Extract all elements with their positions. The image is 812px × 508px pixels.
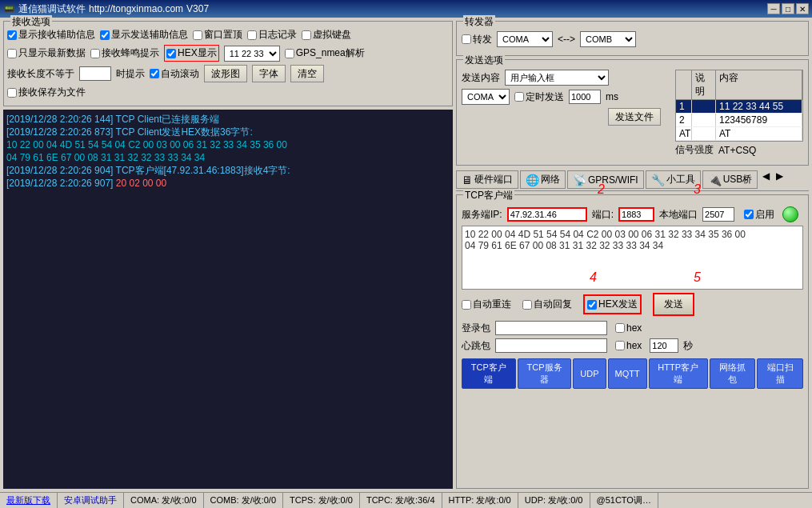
heartbeat-pkg-label: 心跳包 (462, 339, 490, 353)
checkbox-hex-send[interactable]: HEX发送 (583, 294, 642, 314)
log-data-1: 10 22 00 04 4D 51 54 54 04 C2 00 03 00 0… (6, 138, 450, 151)
main-container: 接收选项 显示接收辅助信息 显示发送辅助信息 窗口置顶 日志记录 (0, 18, 812, 492)
send-content-label: 发送内容 (462, 71, 500, 85)
tcp-data-area: 10 22 00 04 4D 51 54 54 04 C2 00 03 00 0… (462, 226, 803, 290)
tab-network-capture[interactable]: 网络抓包 (710, 358, 756, 389)
checkbox-gps[interactable]: GPS_nmea解析 (285, 46, 365, 60)
tab-http-client[interactable]: HTTP客户端 (649, 358, 708, 389)
signal-label: 信号强度 (675, 143, 714, 157)
status-bar: 最新版下载 安卓调试助手 COMA: 发/收:0/0 COMB: 发/收:0/0… (0, 492, 812, 508)
title-bar-text: 📟 通信猫调试软件 http://tongxinmao.com V307 (3, 2, 209, 16)
send-content-select[interactable]: 用户输入框 (505, 70, 609, 86)
heartbeat-time-input[interactable] (650, 338, 678, 353)
checkbox-login-hex[interactable]: hex (615, 322, 642, 334)
tab-udp[interactable]: UDP (573, 358, 606, 389)
forwarder-comb-select[interactable]: COMB (580, 31, 636, 47)
checkbox-window-top[interactable]: 窗口置顶 (193, 28, 242, 42)
status-51cto: @51CTO调… (590, 493, 658, 508)
status-http: HTTP: 发/收:0/0 (442, 493, 518, 508)
tab-arrow-left[interactable]: ◀ (759, 170, 773, 189)
send-options-group: 发送选项 发送内容 用户输入框 COMA (456, 59, 809, 166)
annotation-4: 4 (590, 270, 597, 285)
ip-label: 服务端IP: (462, 208, 502, 222)
hardware-icon: 🖥 (462, 174, 473, 186)
network-icon: 🌐 (526, 174, 539, 186)
tab-port-scan[interactable]: 端口扫描 (757, 358, 803, 389)
tab-network[interactable]: 🌐 网络 (520, 170, 566, 189)
status-download-link[interactable]: 最新版下载 (0, 493, 58, 508)
icon-tab-bar: 🖥 硬件端口 🌐 网络 📡 GPRS/WIFI 🔧 小工具 🔌 USB桥 ◀ ▶ (456, 169, 809, 191)
status-coma: COMA: 发/收:0/0 (124, 493, 204, 508)
status-udp: UDP: 发/收:0/0 (518, 493, 590, 508)
maximize-button[interactable]: □ (782, 3, 794, 14)
ip-input[interactable] (507, 207, 587, 222)
tab-mqtt[interactable]: MQTT (608, 358, 647, 389)
log-data-2: 04 79 61 6E 67 00 08 31 31 32 32 33 33 3… (6, 151, 450, 164)
port-label: 端口: (592, 208, 614, 222)
checkbox-forward[interactable]: 转发 (462, 33, 492, 46)
desc-row-2[interactable]: 2 123456789 (676, 114, 802, 127)
desc-row-1[interactable]: 1 11 22 33 44 55 (676, 100, 802, 114)
bottom-tabs: TCP客户端 TCP服务器 UDP MQTT HTTP客户端 网络抓包 端口扫描 (462, 356, 803, 389)
tab-tcp-client[interactable]: TCP客户端 (462, 358, 516, 389)
forwarder-coma-select[interactable]: COMA (497, 31, 553, 47)
ms-label: ms (606, 91, 618, 102)
tab-usb[interactable]: 🔌 USB桥 (702, 170, 758, 189)
title-bar-buttons: ─ □ ✕ (767, 3, 809, 14)
status-tcpc: TCPC: 发/收:36/4 (360, 493, 442, 508)
checkbox-enable[interactable]: 启用 (744, 208, 774, 222)
wave-button[interactable]: 波形图 (204, 65, 247, 82)
checkbox-log[interactable]: 日志记录 (247, 28, 297, 42)
send-file-button[interactable]: 发送文件 (608, 108, 661, 126)
tab-arrow-right[interactable]: ▶ (773, 170, 786, 189)
receive-options-group: 接收选项 显示接收辅助信息 显示发送辅助信息 窗口置顶 日志记录 (3, 21, 453, 106)
checkbox-hex-display[interactable]: HEX显示 (164, 45, 219, 62)
tab-gprs[interactable]: 📡 GPRS/WIFI (567, 170, 644, 189)
tab-hardware[interactable]: 🖥 硬件端口 (456, 170, 518, 189)
recv-len-input[interactable] (79, 66, 111, 81)
tools-icon: 🔧 (651, 174, 665, 186)
forwarder-group: 转发器 转发 COMA <--> COMB (456, 21, 809, 56)
tab-tools[interactable]: 🔧 小工具 (646, 170, 701, 189)
checkbox-timer-send[interactable]: 定时发送 (514, 90, 564, 104)
checkbox-virtual-kb[interactable]: 虚拟键盘 (302, 28, 351, 42)
clear-button[interactable]: 清空 (290, 65, 324, 82)
log-line-3: [2019/12/28 2:20:26 904] TCP客户端[47.92.31… (6, 164, 450, 177)
checkbox-show-send[interactable]: 显示发送辅助信息 (100, 28, 188, 42)
hex-value-select[interactable]: 11 22 33 (224, 46, 280, 62)
minimize-button[interactable]: ─ (767, 3, 780, 14)
checkbox-latest-only[interactable]: 只显示最新数据 (7, 46, 86, 60)
timer-value-input[interactable] (569, 90, 601, 104)
close-button[interactable]: ✕ (796, 3, 809, 14)
login-pkg-input[interactable] (495, 321, 607, 335)
tcp-client-title: TCP客户端 (463, 189, 514, 202)
send-com-select[interactable]: COMA (462, 89, 510, 105)
forwarder-title: 转发器 (463, 15, 495, 29)
signal-value: AT+CSQ (718, 145, 756, 156)
port-input[interactable] (618, 207, 654, 222)
status-android-link[interactable]: 安卓调试助手 (58, 493, 124, 508)
log-line-2: [2019/12/28 2:20:26 873] TCP Client发送HEX… (6, 126, 450, 138)
checkbox-auto-scroll[interactable]: 自动滚动 (150, 67, 199, 81)
checkbox-auto-reconnect[interactable]: 自动重连 (462, 298, 511, 311)
checkbox-save-recv[interactable]: 接收保存为文件 (7, 86, 86, 99)
local-port-input[interactable] (702, 207, 734, 222)
usb-icon: 🔌 (708, 174, 722, 186)
checkbox-show-recv[interactable]: 显示接收辅助信息 (7, 28, 95, 42)
heartbeat-pkg-input[interactable] (495, 338, 607, 353)
desc-row-at[interactable]: AT AT (676, 127, 802, 141)
checkbox-heartbeat-hex[interactable]: hex (615, 340, 642, 351)
font-button[interactable]: 字体 (252, 65, 286, 82)
gprs-icon: 📡 (573, 174, 586, 186)
desc-col-content: 内容 (716, 70, 802, 99)
send-button[interactable]: 发送 (653, 293, 694, 316)
left-panel: 接收选项 显示接收辅助信息 显示发送辅助信息 窗口置顶 日志记录 (3, 21, 453, 489)
checkbox-auto-reply[interactable]: 自动回复 (522, 298, 572, 311)
recv-len-label2: 时提示 (116, 67, 145, 81)
log-line-1: [2019/12/28 2:20:26 144] TCP Client已连接服务… (6, 113, 450, 126)
right-panel: 转发器 转发 COMA <--> COMB 发送选项 (456, 21, 809, 489)
annotation-2: 2 (598, 182, 605, 197)
tab-tcp-server[interactable]: TCP服务器 (518, 358, 572, 389)
checkbox-beep[interactable]: 接收蜂鸣提示 (90, 46, 159, 60)
forwarder-arrow: <--> (558, 34, 575, 45)
